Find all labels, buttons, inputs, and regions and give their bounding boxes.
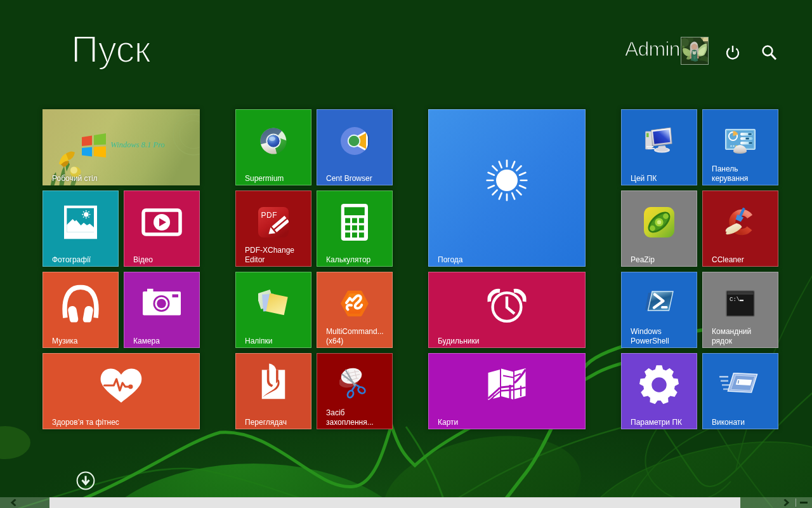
- svg-text:Windows 8.1 Pro: Windows 8.1 Pro: [110, 140, 164, 149]
- svg-text:PDF: PDF: [261, 211, 278, 220]
- svg-text:C:\: C:\: [730, 297, 740, 303]
